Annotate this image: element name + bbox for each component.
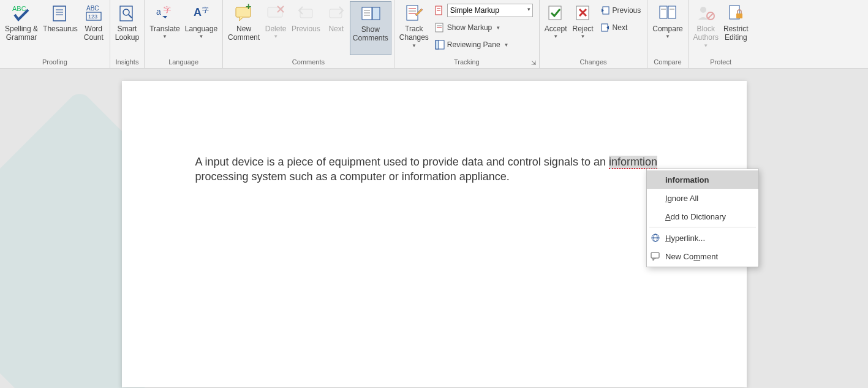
word-count-icon: ABC123 [84, 2, 104, 23]
group-label-proofing: Proofing [2, 57, 107, 68]
track-changes-button[interactable]: Track Changes ▼ [397, 1, 431, 55]
dropdown-caret-icon: ▼ [162, 34, 167, 40]
next-icon [600, 23, 610, 32]
dropdown-caret-icon: ▼ [504, 42, 509, 48]
svg-text:ABC: ABC [12, 5, 26, 12]
group-label-protect: Protect [691, 57, 751, 68]
new-comment-button[interactable]: + New Comment [225, 1, 262, 55]
abc-check-icon: ABC [11, 2, 32, 23]
reviewing-pane-icon [435, 40, 445, 50]
svg-text:A: A [194, 6, 202, 18]
group-protect: Block Authors ▼ Restrict Editing Protect [689, 0, 753, 68]
svg-text:a: a [156, 7, 161, 17]
reviewing-pane-button[interactable]: Reviewing Pane ▼ [432, 37, 535, 53]
next-comment-button: Next [323, 1, 350, 55]
tracking-dialog-launcher[interactable]: ⇲ [529, 58, 538, 67]
compare-button[interactable]: Compare ▼ [650, 1, 685, 55]
group-tracking: Track Changes ▼ ▾ Show Markup ▼ [394, 0, 540, 68]
dropdown-caret-icon: ▼ [198, 34, 203, 40]
group-label-insights: Insights [113, 57, 142, 68]
misspelled-word[interactable]: informtion [609, 156, 657, 169]
show-markup-icon [435, 23, 445, 32]
next-change-button[interactable]: Next [598, 20, 644, 36]
next-comment-icon [327, 2, 345, 23]
document-text[interactable]: A input device is a piece of equipment u… [195, 154, 673, 184]
svg-point-49 [700, 7, 706, 13]
show-markup-button[interactable]: Show Markup ▼ [432, 20, 535, 36]
markup-view-dropdown[interactable]: ▾ [432, 2, 535, 18]
markup-icon [435, 6, 445, 15]
group-insights: Smart Lookup Insights [110, 0, 145, 68]
translate-button[interactable]: a字 Translate ▼ [147, 1, 183, 55]
group-label-compare: Compare [650, 57, 685, 68]
hyperlink-icon [651, 233, 660, 243]
track-changes-icon [404, 2, 424, 23]
block-authors-icon [696, 2, 715, 23]
previous-comment-icon [296, 2, 315, 23]
previous-icon [600, 6, 610, 15]
dropdown-caret-icon: ▼ [273, 34, 278, 40]
group-language: a字 Translate ▼ A字 Language ▼ Language [145, 0, 223, 68]
ribbon: ABC Spelling & Grammar Thesaurus ABC123 … [0, 0, 868, 69]
text-segment: A input device is a piece of equipment u… [195, 156, 609, 168]
markup-view-input[interactable] [447, 4, 533, 17]
group-proofing: ABC Spelling & Grammar Thesaurus ABC123 … [0, 0, 110, 68]
svg-line-10 [129, 15, 132, 18]
svg-line-51 [708, 13, 713, 18]
language-icon: A字 [191, 2, 211, 23]
group-label-changes: Changes [542, 57, 644, 68]
accept-button[interactable]: Accept ▼ [542, 1, 570, 55]
dropdown-caret-icon: ▼ [703, 43, 708, 49]
restrict-editing-icon [726, 2, 745, 23]
accept-icon [546, 2, 565, 23]
ignore-all[interactable]: Ignore All [647, 189, 758, 207]
svg-rect-23 [372, 7, 380, 20]
svg-text:123: 123 [88, 13, 97, 20]
language-button[interactable]: A字 Language ▼ [183, 1, 220, 55]
svg-rect-8 [120, 6, 132, 21]
svg-rect-53 [736, 13, 742, 18]
text-segment: processing system such as a computer or … [195, 170, 510, 183]
dropdown-caret-icon: ▼ [665, 34, 670, 40]
new-comment-icon: + [233, 2, 254, 23]
svg-point-9 [123, 9, 129, 15]
svg-rect-1 [53, 6, 66, 21]
translate-icon: a字 [155, 2, 175, 23]
restrict-editing-button[interactable]: Restrict Editing [721, 1, 751, 55]
previous-comment-button: Previous [289, 1, 323, 55]
group-comments: + New Comment Delete ▼ Previous [223, 0, 394, 68]
svg-rect-22 [362, 7, 372, 20]
smart-lookup-icon [118, 2, 136, 23]
spell-suggestion[interactable]: information [647, 170, 758, 189]
delete-comment-icon [265, 2, 286, 23]
dropdown-caret-icon: ▼ [581, 34, 586, 40]
group-changes: Accept ▼ Reject ▼ Previous Next [540, 0, 647, 68]
hyperlink-item[interactable]: Hyperlink... [647, 229, 758, 247]
svg-text:+: + [246, 4, 251, 12]
thesaurus-button[interactable]: Thesaurus [40, 1, 80, 55]
new-comment-item[interactable]: New Comment [647, 247, 758, 265]
menu-separator [649, 227, 756, 227]
dropdown-caret-icon: ▼ [553, 34, 558, 40]
svg-rect-45 [660, 6, 667, 18]
svg-rect-27 [407, 6, 418, 20]
group-label-tracking: Tracking [397, 57, 537, 68]
word-count-button[interactable]: ABC123 Word Count [80, 1, 107, 55]
svg-text:字: 字 [164, 6, 171, 14]
svg-rect-57 [651, 253, 659, 258]
group-label-comments: Comments [225, 57, 391, 68]
delete-comment-button: Delete ▼ [262, 1, 289, 55]
show-comments-button[interactable]: Show Comments [350, 1, 391, 55]
dropdown-caret-icon: ▼ [412, 43, 417, 49]
svg-rect-46 [668, 6, 676, 18]
previous-change-button[interactable]: Previous [598, 2, 644, 18]
smart-lookup-button[interactable]: Smart Lookup [113, 1, 142, 55]
svg-rect-39 [549, 6, 561, 20]
reject-button[interactable]: Reject ▼ [570, 1, 597, 55]
add-to-dictionary[interactable]: Add to Dictionary [647, 207, 758, 226]
compare-icon [658, 2, 677, 23]
comment-icon [651, 251, 660, 261]
group-label-language: Language [147, 57, 220, 68]
show-comments-icon [360, 3, 381, 24]
spelling-grammar-button[interactable]: ABC Spelling & Grammar [2, 1, 40, 55]
